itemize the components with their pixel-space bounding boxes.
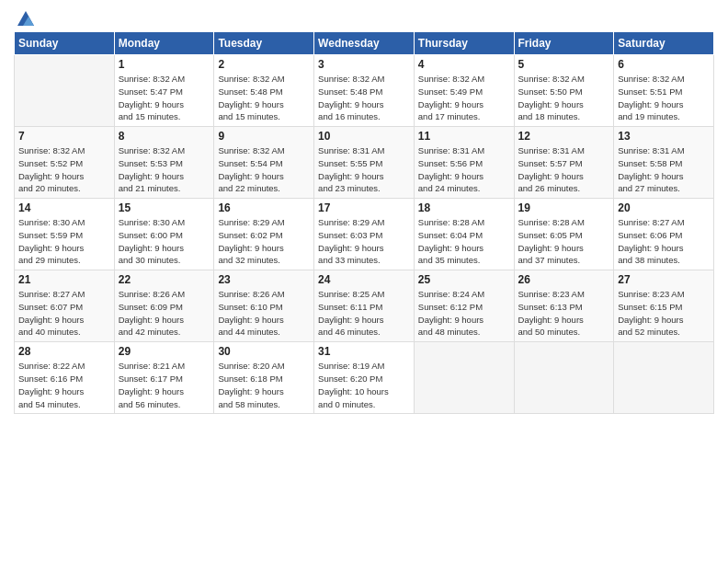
day-info: Sunrise: 8:32 AM Sunset: 5:48 PM Dayligh…: [218, 73, 310, 123]
calendar-cell: 23Sunrise: 8:26 AM Sunset: 6:10 PM Dayli…: [214, 270, 314, 342]
calendar-cell: 4Sunrise: 8:32 AM Sunset: 5:49 PM Daylig…: [414, 55, 514, 127]
day-number: 13: [618, 130, 710, 143]
day-number: 25: [418, 273, 510, 286]
day-number: 23: [218, 273, 310, 286]
calendar-cell: 31Sunrise: 8:19 AM Sunset: 6:20 PM Dayli…: [314, 342, 415, 414]
day-number: 18: [418, 201, 510, 214]
calendar-cell: 11Sunrise: 8:31 AM Sunset: 5:56 PM Dayli…: [414, 127, 514, 199]
calendar-cell: 25Sunrise: 8:24 AM Sunset: 6:12 PM Dayli…: [414, 270, 514, 342]
day-info: Sunrise: 8:26 AM Sunset: 6:10 PM Dayligh…: [218, 288, 310, 339]
calendar-cell: 19Sunrise: 8:28 AM Sunset: 6:05 PM Dayli…: [514, 199, 614, 270]
calendar-cell: 6Sunrise: 8:32 AM Sunset: 5:51 PM Daylig…: [614, 55, 714, 127]
day-info: Sunrise: 8:31 AM Sunset: 5:56 PM Dayligh…: [418, 144, 510, 195]
logo-icon: [16, 9, 36, 29]
day-info: Sunrise: 8:20 AM Sunset: 6:18 PM Dayligh…: [218, 360, 310, 410]
calendar-cell: [514, 342, 614, 414]
calendar-cell: 17Sunrise: 8:29 AM Sunset: 6:03 PM Dayli…: [314, 199, 415, 270]
day-info: Sunrise: 8:32 AM Sunset: 5:47 PM Dayligh…: [119, 73, 210, 123]
day-info: Sunrise: 8:32 AM Sunset: 5:53 PM Dayligh…: [119, 144, 210, 195]
calendar-cell: 1Sunrise: 8:32 AM Sunset: 5:47 PM Daylig…: [114, 55, 214, 127]
day-info: Sunrise: 8:31 AM Sunset: 5:58 PM Dayligh…: [618, 144, 710, 195]
calendar-cell: 28Sunrise: 8:22 AM Sunset: 6:16 PM Dayli…: [15, 342, 115, 414]
day-info: Sunrise: 8:32 AM Sunset: 5:52 PM Dayligh…: [18, 144, 110, 195]
header-day: Friday: [514, 32, 614, 55]
calendar-cell: 20Sunrise: 8:27 AM Sunset: 6:06 PM Dayli…: [614, 199, 714, 270]
day-info: Sunrise: 8:29 AM Sunset: 6:03 PM Dayligh…: [318, 216, 410, 267]
day-number: 24: [318, 273, 410, 286]
day-info: Sunrise: 8:23 AM Sunset: 6:15 PM Dayligh…: [618, 288, 710, 339]
day-number: 21: [18, 273, 110, 286]
calendar-cell: [614, 342, 714, 414]
page-container: SundayMondayTuesdayWednesdayThursdayFrid…: [0, 0, 728, 423]
calendar-row: 14Sunrise: 8:30 AM Sunset: 5:59 PM Dayli…: [15, 199, 714, 270]
day-number: 20: [618, 201, 710, 214]
day-info: Sunrise: 8:23 AM Sunset: 6:13 PM Dayligh…: [518, 288, 610, 339]
day-info: Sunrise: 8:32 AM Sunset: 5:54 PM Dayligh…: [218, 144, 310, 195]
calendar-cell: 21Sunrise: 8:27 AM Sunset: 6:07 PM Dayli…: [15, 270, 115, 342]
day-number: 17: [318, 201, 410, 214]
header-day: Thursday: [414, 32, 514, 55]
day-info: Sunrise: 8:22 AM Sunset: 6:16 PM Dayligh…: [18, 360, 110, 410]
day-info: Sunrise: 8:32 AM Sunset: 5:48 PM Dayligh…: [318, 73, 410, 123]
day-info: Sunrise: 8:31 AM Sunset: 5:57 PM Dayligh…: [518, 144, 610, 195]
header: [14, 9, 714, 24]
day-number: 29: [119, 345, 210, 358]
calendar-cell: 8Sunrise: 8:32 AM Sunset: 5:53 PM Daylig…: [114, 127, 214, 199]
calendar-cell: 3Sunrise: 8:32 AM Sunset: 5:48 PM Daylig…: [314, 55, 415, 127]
calendar-cell: 16Sunrise: 8:29 AM Sunset: 6:02 PM Dayli…: [214, 199, 314, 270]
day-info: Sunrise: 8:31 AM Sunset: 5:55 PM Dayligh…: [318, 144, 410, 195]
day-info: Sunrise: 8:28 AM Sunset: 6:05 PM Dayligh…: [518, 216, 610, 267]
day-info: Sunrise: 8:27 AM Sunset: 6:06 PM Dayligh…: [618, 216, 710, 267]
header-day: Monday: [114, 32, 214, 55]
day-number: 15: [119, 201, 210, 214]
day-info: Sunrise: 8:25 AM Sunset: 6:11 PM Dayligh…: [318, 288, 410, 339]
calendar-cell: 13Sunrise: 8:31 AM Sunset: 5:58 PM Dayli…: [614, 127, 714, 199]
day-number: 6: [618, 58, 710, 71]
day-number: 3: [318, 58, 410, 71]
day-number: 28: [18, 345, 110, 358]
calendar-cell: 14Sunrise: 8:30 AM Sunset: 5:59 PM Dayli…: [15, 199, 115, 270]
day-info: Sunrise: 8:32 AM Sunset: 5:51 PM Dayligh…: [618, 73, 710, 123]
day-number: 16: [218, 201, 310, 214]
calendar-cell: 9Sunrise: 8:32 AM Sunset: 5:54 PM Daylig…: [214, 127, 314, 199]
logo: [14, 9, 36, 24]
calendar-table: SundayMondayTuesdayWednesdayThursdayFrid…: [14, 31, 714, 414]
day-number: 11: [418, 130, 510, 143]
day-number: 8: [119, 130, 210, 143]
calendar-cell: 27Sunrise: 8:23 AM Sunset: 6:15 PM Dayli…: [614, 270, 714, 342]
header-day: Saturday: [614, 32, 714, 55]
calendar-cell: 29Sunrise: 8:21 AM Sunset: 6:17 PM Dayli…: [114, 342, 214, 414]
header-day: Sunday: [15, 32, 115, 55]
calendar-cell: 2Sunrise: 8:32 AM Sunset: 5:48 PM Daylig…: [214, 55, 314, 127]
header-row: SundayMondayTuesdayWednesdayThursdayFrid…: [15, 32, 714, 55]
day-number: 12: [518, 130, 610, 143]
day-number: 30: [218, 345, 310, 358]
header-day: Wednesday: [314, 32, 415, 55]
day-info: Sunrise: 8:19 AM Sunset: 6:20 PM Dayligh…: [318, 360, 410, 410]
day-number: 22: [119, 273, 210, 286]
calendar-cell: [414, 342, 514, 414]
day-info: Sunrise: 8:32 AM Sunset: 5:49 PM Dayligh…: [418, 73, 510, 123]
day-number: 26: [518, 273, 610, 286]
calendar-cell: 7Sunrise: 8:32 AM Sunset: 5:52 PM Daylig…: [15, 127, 115, 199]
calendar-cell: 10Sunrise: 8:31 AM Sunset: 5:55 PM Dayli…: [314, 127, 415, 199]
day-number: 4: [418, 58, 510, 71]
day-number: 14: [18, 201, 110, 214]
day-number: 27: [618, 273, 710, 286]
calendar-cell: 15Sunrise: 8:30 AM Sunset: 6:00 PM Dayli…: [114, 199, 214, 270]
day-number: 5: [518, 58, 610, 71]
day-number: 10: [318, 130, 410, 143]
calendar-row: 7Sunrise: 8:32 AM Sunset: 5:52 PM Daylig…: [15, 127, 714, 199]
header-day: Tuesday: [214, 32, 314, 55]
calendar-cell: 26Sunrise: 8:23 AM Sunset: 6:13 PM Dayli…: [514, 270, 614, 342]
day-info: Sunrise: 8:21 AM Sunset: 6:17 PM Dayligh…: [119, 360, 210, 410]
calendar-cell: 30Sunrise: 8:20 AM Sunset: 6:18 PM Dayli…: [214, 342, 314, 414]
day-info: Sunrise: 8:27 AM Sunset: 6:07 PM Dayligh…: [18, 288, 110, 339]
day-number: 31: [318, 345, 410, 358]
day-number: 1: [119, 58, 210, 71]
day-info: Sunrise: 8:32 AM Sunset: 5:50 PM Dayligh…: [518, 73, 610, 123]
calendar-cell: 18Sunrise: 8:28 AM Sunset: 6:04 PM Dayli…: [414, 199, 514, 270]
calendar-cell: 12Sunrise: 8:31 AM Sunset: 5:57 PM Dayli…: [514, 127, 614, 199]
day-info: Sunrise: 8:26 AM Sunset: 6:09 PM Dayligh…: [119, 288, 210, 339]
day-info: Sunrise: 8:30 AM Sunset: 5:59 PM Dayligh…: [18, 216, 110, 267]
